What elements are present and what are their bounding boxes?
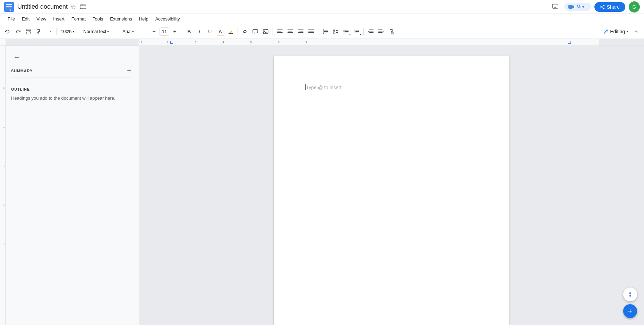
align-justify-button[interactable]: [306, 27, 316, 36]
menu-file[interactable]: File: [4, 15, 18, 23]
indent-increase-button[interactable]: [376, 27, 386, 36]
indent-decrease-button[interactable]: [366, 27, 376, 36]
menu-format[interactable]: Format: [68, 15, 89, 23]
print-button[interactable]: [24, 27, 33, 36]
italic-button[interactable]: I: [195, 27, 204, 36]
document-content[interactable]: Type @ to insert: [305, 84, 478, 91]
sidebar: ← SUMMARY + OUTLINE Headings you add to …: [6, 46, 139, 325]
menu-edit[interactable]: Edit: [18, 15, 33, 23]
ruler: 1 2 3 4 5 6 7: [0, 39, 644, 46]
ruler-left-margin: [6, 39, 139, 46]
document-page[interactable]: Type @ to insert: [274, 56, 509, 325]
svg-point-16: [264, 31, 265, 32]
svg-rect-27: [298, 32, 303, 33]
separator-9: [363, 28, 364, 35]
bullet-list-button[interactable]: ▾: [341, 27, 351, 36]
font-size-increase[interactable]: +: [170, 27, 180, 36]
align-left-button[interactable]: [275, 27, 285, 36]
summary-title: SUMMARY: [11, 69, 33, 73]
star-icon[interactable]: ☆: [70, 3, 76, 11]
share-button[interactable]: Share: [594, 2, 625, 12]
svg-rect-44: [345, 31, 349, 32]
svg-rect-57: [378, 32, 383, 33]
paint-format-button[interactable]: [34, 27, 44, 36]
svg-rect-12: [37, 32, 39, 33]
menu-accessibility[interactable]: Accessibility: [152, 15, 183, 23]
svg-point-58: [629, 294, 631, 295]
separator-8: [318, 28, 318, 35]
svg-rect-18: [277, 31, 281, 32]
svg-rect-30: [308, 31, 314, 32]
align-right-button[interactable]: [296, 27, 306, 36]
text-color-button[interactable]: A: [215, 27, 225, 36]
font-family-dropdown[interactable]: Arial ▾: [120, 28, 145, 35]
image-button[interactable]: [261, 27, 271, 36]
outline-hint: Headings you add to the document will ap…: [11, 95, 133, 102]
svg-rect-31: [308, 32, 314, 33]
numbered-list-button[interactable]: 1.2.3. ▾: [352, 27, 361, 36]
menu-insert[interactable]: Insert: [50, 15, 68, 23]
editing-mode-button[interactable]: Editing ▾: [601, 28, 631, 35]
redo-button[interactable]: [13, 27, 23, 36]
document-placeholder: Type @ to insert: [306, 85, 342, 90]
svg-rect-38: [336, 30, 338, 31]
user-avatar[interactable]: G: [629, 1, 640, 12]
text-style-dropdown[interactable]: Normal text ▾: [81, 28, 116, 35]
toolbar-collapse-button[interactable]: [632, 27, 641, 36]
bold-button[interactable]: B: [184, 27, 194, 36]
align-center-button[interactable]: [285, 27, 295, 36]
checklist-button[interactable]: [331, 27, 341, 36]
undo-button[interactable]: [3, 27, 12, 36]
outline-title: OUTLINE: [11, 87, 133, 91]
svg-rect-35: [324, 33, 328, 33]
svg-point-42: [344, 32, 345, 33]
back-button[interactable]: ←: [11, 51, 22, 62]
svg-rect-51: [355, 33, 359, 33]
menu-extensions[interactable]: Extensions: [106, 15, 136, 23]
title-bar: Untitled document ☆ Meet: [0, 0, 644, 14]
line-spacing-button[interactable]: [320, 27, 330, 36]
comment-toolbar-button[interactable]: [250, 27, 260, 36]
svg-rect-29: [308, 30, 314, 30]
comment-button[interactable]: [550, 1, 561, 12]
document-area[interactable]: Type @ to insert: [139, 46, 644, 325]
clear-format-button[interactable]: T✕: [44, 27, 54, 36]
svg-point-11: [29, 31, 30, 32]
bottom-right-actions: +: [623, 288, 637, 318]
add-button[interactable]: +: [623, 304, 637, 318]
menu-tools[interactable]: Tools: [89, 15, 106, 23]
svg-rect-45: [345, 33, 349, 33]
svg-rect-28: [300, 34, 303, 34]
highlight-button[interactable]: [226, 27, 235, 36]
underline-button[interactable]: U: [205, 27, 215, 36]
menu-view[interactable]: View: [33, 15, 50, 23]
separator-4: [147, 28, 147, 35]
svg-rect-53: [369, 31, 373, 32]
zoom-dropdown[interactable]: 100% ▾: [59, 28, 77, 35]
clear-formatting-button[interactable]: [387, 27, 396, 36]
separator-3: [118, 28, 118, 35]
summary-section: SUMMARY +: [6, 65, 139, 84]
gemini-button[interactable]: [623, 288, 637, 301]
svg-rect-21: [287, 30, 293, 30]
menu-help[interactable]: Help: [136, 15, 152, 23]
svg-rect-37: [333, 32, 335, 33]
svg-rect-49: [355, 30, 359, 31]
svg-rect-54: [369, 32, 373, 33]
svg-rect-14: [253, 30, 258, 33]
svg-rect-19: [277, 32, 283, 33]
main-layout: 1 2 3 4 5 ← SUMMARY + OUTLINE Headings y…: [0, 46, 644, 325]
font-size-decrease[interactable]: −: [149, 27, 159, 36]
svg-text:3.: 3.: [354, 32, 355, 34]
title-icons: ☆: [70, 3, 86, 11]
folder-icon[interactable]: [80, 4, 86, 10]
document-title[interactable]: Untitled document: [17, 3, 68, 10]
meet-button[interactable]: Meet: [564, 3, 591, 11]
svg-rect-32: [308, 34, 314, 34]
svg-rect-7: [568, 5, 573, 9]
svg-rect-17: [277, 30, 283, 30]
summary-add-button[interactable]: +: [125, 67, 133, 75]
svg-point-40: [344, 30, 345, 31]
link-button[interactable]: [240, 27, 250, 36]
font-size-input[interactable]: 11: [160, 27, 169, 36]
